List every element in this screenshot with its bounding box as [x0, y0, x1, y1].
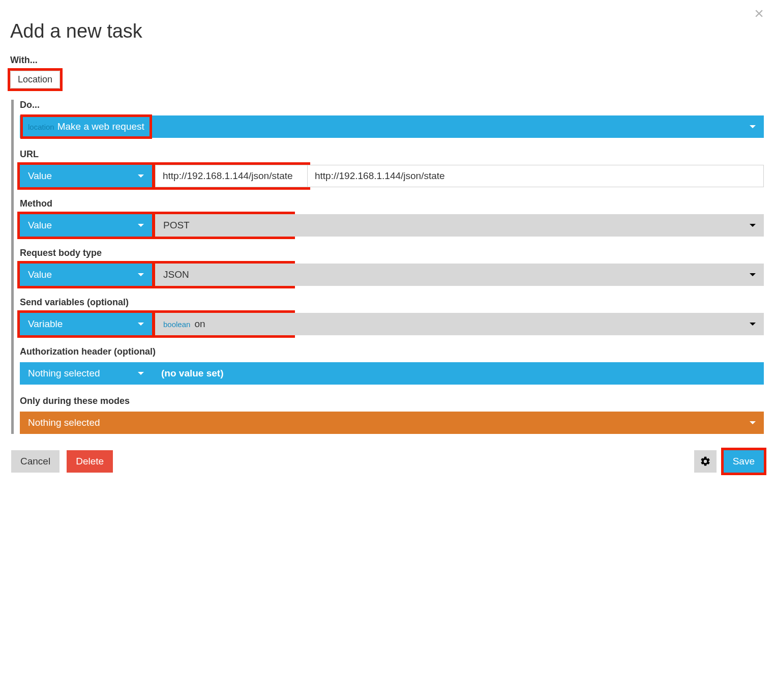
url-input[interactable]	[308, 165, 764, 187]
sendvars-type-select[interactable]: Variable	[20, 313, 152, 335]
save-button[interactable]: Save	[724, 450, 764, 473]
sendvars-select[interactable]	[292, 313, 764, 335]
bodytype-label: Request body type	[20, 248, 764, 258]
bodytype-select[interactable]	[292, 264, 764, 286]
chevron-down-icon	[138, 174, 144, 178]
url-label: URL	[20, 149, 764, 160]
method-value-text: POST	[163, 220, 190, 231]
url-type-select[interactable]: Value	[20, 165, 152, 187]
method-type-text: Value	[28, 220, 52, 231]
sendvars-label: Send variables (optional)	[20, 297, 764, 308]
chevron-down-icon	[750, 421, 756, 424]
auth-no-value: (no value set)	[161, 368, 223, 379]
url-type-text: Value	[28, 170, 52, 182]
bodytype-value-text: JSON	[163, 269, 189, 280]
sendvars-value-box: boolean on	[155, 313, 292, 335]
auth-type-select[interactable]: Nothing selected	[20, 362, 152, 385]
chevron-down-icon	[750, 273, 756, 276]
url-highlighted-slice: http://192.168.1.144/json/state	[155, 165, 308, 187]
modes-select[interactable]: Nothing selected	[20, 412, 764, 434]
with-location-chip[interactable]: Location	[10, 71, 60, 89]
gear-icon	[700, 456, 711, 467]
bodytype-type-select[interactable]: Value	[20, 264, 152, 286]
delete-button[interactable]: Delete	[67, 450, 113, 473]
method-value-box: POST	[155, 214, 292, 237]
chevron-down-icon	[138, 224, 144, 227]
method-select[interactable]	[292, 214, 764, 237]
auth-label: Authorization header (optional)	[20, 346, 764, 357]
page-title: Add a new task	[10, 20, 764, 42]
settings-button[interactable]	[694, 450, 717, 473]
modes-value: Nothing selected	[28, 417, 100, 428]
with-label: With...	[10, 55, 764, 66]
auth-type-text: Nothing selected	[28, 368, 100, 379]
chevron-down-icon	[138, 273, 144, 276]
do-action-select[interactable]: location Make a web request	[20, 115, 764, 138]
do-prefix: location	[28, 123, 54, 131]
sendvars-var-name: on	[194, 318, 205, 330]
bodytype-value-box: JSON	[155, 264, 292, 286]
chevron-down-icon	[750, 224, 756, 227]
cancel-button[interactable]: Cancel	[11, 450, 59, 473]
chevron-down-icon	[138, 323, 144, 326]
do-label: Do...	[20, 100, 764, 110]
sendvars-type-text: Variable	[28, 318, 63, 330]
chevron-down-icon	[138, 372, 144, 375]
method-label: Method	[20, 198, 764, 209]
auth-value-area[interactable]: (no value set)	[152, 362, 764, 385]
chevron-down-icon	[750, 125, 756, 128]
method-type-select[interactable]: Value	[20, 214, 152, 237]
chevron-down-icon	[750, 323, 756, 326]
do-action-text: Make a web request	[57, 121, 144, 132]
modes-label: Only during these modes	[20, 396, 764, 406]
bodytype-type-text: Value	[28, 269, 52, 280]
close-icon[interactable]: ×	[754, 4, 764, 23]
sendvars-var-type: boolean	[163, 320, 190, 329]
